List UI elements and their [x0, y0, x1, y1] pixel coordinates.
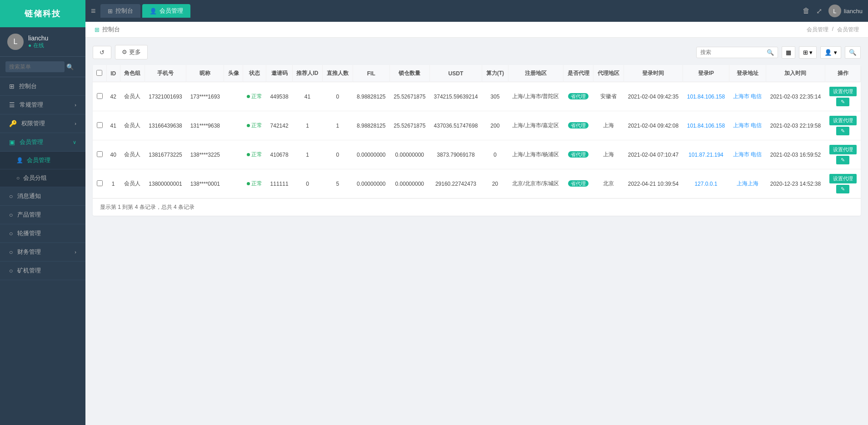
search-input[interactable]: [700, 49, 764, 55]
cell-power: 200: [482, 111, 509, 140]
view-table-button[interactable]: ⊞ ▾: [799, 46, 817, 59]
breadcrumb-bar: ⊞ 控制台 会员管理 / 会员管理: [85, 22, 868, 38]
view-card-button[interactable]: ▦: [782, 46, 795, 59]
login-addr-link[interactable]: 上海市 电信: [733, 93, 762, 99]
cell-is-agent: 省代理: [563, 82, 593, 111]
user-status: ● 在线: [28, 42, 48, 49]
cell-login-time: 2021-02-04 09:42:35: [624, 82, 683, 111]
row-checkbox[interactable]: [97, 122, 103, 128]
sidebar-item-permission[interactable]: 🔑 权限管理 ›: [0, 114, 85, 133]
table-row: 41 会员人 13166439638 131****9638 正常 742142…: [93, 111, 861, 140]
edit-button[interactable]: ✎: [836, 185, 849, 193]
cell-role: 会员人: [120, 111, 145, 140]
breadcrumb-right-2[interactable]: 会员管理: [837, 26, 859, 34]
table-row: 42 会员人 17321001693 173****1693 正常 449538…: [93, 82, 861, 111]
sidebar-item-member-manage[interactable]: 👤 会员管理: [0, 152, 85, 169]
tab-dashboard[interactable]: ⊞ 控制台: [100, 4, 140, 18]
cell-fil: 8.98828125: [353, 82, 389, 111]
user-info: L lianchu ● 在线: [0, 27, 85, 57]
more-button[interactable]: ⚙ 更多: [115, 45, 148, 59]
login-addr-link[interactable]: 上海市 电信: [733, 151, 762, 158]
cell-nickname: 138****0001: [186, 169, 224, 198]
sidebar-item-member-group[interactable]: ○ 会员分组: [0, 169, 85, 187]
cell-region: 北京/北京市/东城区: [508, 169, 563, 198]
cell-agent-area: 上海: [594, 111, 624, 140]
col-invite-code: 邀请码: [266, 65, 292, 82]
cell-avatar: [224, 140, 243, 169]
tab-member[interactable]: 👤 会员管理: [142, 4, 190, 18]
cell-phone: 13166439638: [145, 111, 186, 140]
tab-member-label: 会员管理: [160, 7, 183, 15]
sidebar-item-label: 会员分组: [23, 174, 47, 182]
select-all-checkbox[interactable]: [96, 70, 102, 76]
cell-action: 设置代理 ✎: [825, 140, 861, 169]
agent-badge[interactable]: 省代理: [568, 180, 589, 187]
breadcrumb-right-1[interactable]: 会员管理: [807, 26, 828, 34]
refresh-button[interactable]: ↺: [93, 46, 111, 59]
view-user-button[interactable]: 👤 ▾: [820, 46, 841, 59]
col-checkbox: [93, 65, 106, 82]
sidebar-item-finance[interactable]: ○ 财务管理 ›: [0, 243, 85, 262]
topbar-avatar: L: [828, 5, 841, 17]
sidebar-item-label: 矿机管理: [17, 267, 41, 275]
agent-badge[interactable]: 省代理: [568, 151, 589, 158]
dashboard-icon: ⊞: [9, 83, 15, 90]
app-title: 链储科技: [0, 0, 85, 27]
finance-icon: ○: [9, 248, 13, 256]
sidebar-item-label: 财务管理: [17, 248, 41, 256]
row-checkbox[interactable]: [97, 93, 103, 99]
sidebar-nav: ⊞ 控制台 ☰ 常规管理 › 🔑 权限管理 › ▣ 会员管理 ∨ 👤 会员管理 …: [0, 77, 85, 425]
agent-badge[interactable]: 省代理: [568, 122, 589, 128]
sidebar-search-area: 🔍: [0, 57, 85, 77]
cell-checkbox: [93, 169, 106, 198]
row-checkbox[interactable]: [97, 180, 103, 186]
sidebar-item-dashboard[interactable]: ⊞ 控制台: [0, 77, 85, 96]
set-agent-button[interactable]: 设置代理: [829, 174, 857, 183]
view-search-button[interactable]: 🔍: [845, 46, 861, 59]
sidebar-search-button[interactable]: 🔍: [66, 64, 74, 70]
sidebar-item-notification[interactable]: ○ 消息通知: [0, 187, 85, 206]
sidebar-item-general[interactable]: ☰ 常规管理 ›: [0, 96, 85, 114]
cell-lock-amount: 0.00000000: [389, 169, 429, 198]
sidebar-item-member[interactable]: ▣ 会员管理 ∨: [0, 133, 85, 152]
sidebar-item-label: 控制台: [19, 82, 37, 90]
row-checkbox[interactable]: [97, 151, 103, 157]
edit-button[interactable]: ✎: [836, 98, 849, 106]
login-ip-link[interactable]: 101.87.21.194: [688, 152, 723, 158]
sidebar-search-input[interactable]: [5, 61, 65, 72]
col-role: 角色组: [120, 65, 145, 82]
set-agent-button[interactable]: 设置代理: [829, 145, 857, 154]
cell-join-time: 2021-02-03 22:35:14: [766, 82, 825, 111]
cell-avatar: [224, 111, 243, 140]
cell-usdt: 437036.51747698: [429, 111, 482, 140]
cell-checkbox: [93, 82, 106, 111]
search-icon[interactable]: 🔍: [767, 49, 774, 56]
set-agent-button[interactable]: 设置代理: [829, 116, 857, 125]
sidebar-item-product[interactable]: ○ 产品管理: [0, 206, 85, 224]
topbar: ≡ ⊞ 控制台 👤 会员管理 🗑 ⤢ L lianchu: [85, 0, 868, 22]
cell-direct-count: 0: [323, 82, 353, 111]
cell-login-addr: 上海市 电信: [729, 140, 766, 169]
agent-badge[interactable]: 省代理: [568, 93, 589, 99]
member-table-card: ID 角色组 手机号 昵称 头像 状态 邀请码 推荐人ID 直推人数 FIL 锁…: [93, 65, 861, 216]
trash-icon[interactable]: 🗑: [803, 7, 810, 15]
sidebar-item-miner[interactable]: ○ 矿机管理: [0, 262, 85, 280]
cell-phone: 13800000001: [145, 169, 186, 198]
menu-toggle-button[interactable]: ≡: [91, 6, 96, 16]
user-menu[interactable]: L lianchu: [828, 5, 863, 17]
edit-button[interactable]: ✎: [836, 156, 849, 164]
login-ip-link[interactable]: 101.84.106.158: [687, 94, 725, 100]
login-addr-link[interactable]: 上海市 电信: [733, 122, 762, 128]
edit-button[interactable]: ✎: [836, 127, 849, 135]
cell-direct-count: 5: [323, 169, 353, 198]
expand-icon[interactable]: ⤢: [816, 7, 822, 15]
cell-power: 305: [482, 82, 509, 111]
cell-id: 42: [106, 82, 120, 111]
login-ip-link[interactable]: 127.0.0.1: [694, 181, 717, 187]
login-ip-link[interactable]: 101.84.106.158: [687, 123, 725, 129]
cell-role: 会员人: [120, 169, 145, 198]
sidebar-item-carousel[interactable]: ○ 轮播管理: [0, 224, 85, 243]
set-agent-button[interactable]: 设置代理: [829, 87, 857, 96]
sidebar: 链储科技 L lianchu ● 在线 🔍 ⊞ 控制台 ☰ 常规管理 › 🔑 权…: [0, 0, 85, 425]
login-addr-link[interactable]: 上海上海: [737, 180, 758, 187]
